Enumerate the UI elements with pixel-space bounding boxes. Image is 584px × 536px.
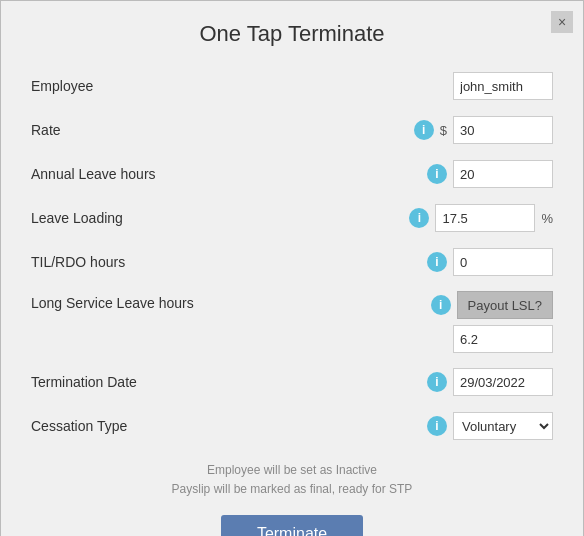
leave-loading-info-icon[interactable]: i [409,208,429,228]
long-service-controls: i Payout LSL? [231,291,553,353]
employee-input[interactable] [453,72,553,100]
termination-date-label: Termination Date [31,374,231,390]
footer-line1: Employee will be set as Inactive [31,461,553,480]
long-service-top: i Payout LSL? [431,291,553,319]
footer-text: Employee will be set as Inactive Payslip… [31,461,553,499]
employee-label: Employee [31,78,231,94]
termination-date-controls: i [231,368,553,396]
cessation-type-info-icon[interactable]: i [427,416,447,436]
annual-leave-controls: i [231,160,553,188]
til-rdo-controls: i [231,248,553,276]
til-rdo-label: TIL/RDO hours [31,254,231,270]
leave-loading-label: Leave Loading [31,210,231,226]
leave-loading-suffix: % [541,211,553,226]
rate-info-icon[interactable]: i [414,120,434,140]
til-rdo-info-icon[interactable]: i [427,252,447,272]
rate-row: Rate i $ [31,115,553,145]
annual-leave-info-icon[interactable]: i [427,164,447,184]
long-service-input[interactable] [453,325,553,353]
rate-controls: i $ [231,116,553,144]
termination-date-row: Termination Date i [31,367,553,397]
employee-row: Employee [31,71,553,101]
leave-loading-row: Leave Loading i % [31,203,553,233]
terminate-button[interactable]: Terminate [221,515,363,536]
leave-loading-controls: i % [231,204,553,232]
annual-leave-row: Annual Leave hours i [31,159,553,189]
termination-date-info-icon[interactable]: i [427,372,447,392]
annual-leave-input[interactable] [453,160,553,188]
payout-lsl-button[interactable]: Payout LSL? [457,291,553,319]
rate-input[interactable] [453,116,553,144]
cessation-type-select[interactable]: Voluntary Involuntary Redundancy [453,412,553,440]
rate-currency: $ [440,123,447,138]
long-service-info-icon[interactable]: i [431,295,451,315]
cessation-type-controls: i Voluntary Involuntary Redundancy [231,412,553,440]
rate-label: Rate [31,122,231,138]
cessation-type-row: Cessation Type i Voluntary Involuntary R… [31,411,553,441]
til-rdo-row: TIL/RDO hours i [31,247,553,277]
annual-leave-label: Annual Leave hours [31,166,231,182]
modal-container: × One Tap Terminate Employee Rate i $ An… [0,0,584,536]
leave-loading-input[interactable] [435,204,535,232]
long-service-label: Long Service Leave hours [31,291,231,311]
footer-line2: Payslip will be marked as final, ready f… [31,480,553,499]
close-button[interactable]: × [551,11,573,33]
employee-controls [231,72,553,100]
cessation-type-label: Cessation Type [31,418,231,434]
termination-date-input[interactable] [453,368,553,396]
til-rdo-input[interactable] [453,248,553,276]
modal-title: One Tap Terminate [31,21,553,47]
long-service-row: Long Service Leave hours i Payout LSL? [31,291,553,353]
